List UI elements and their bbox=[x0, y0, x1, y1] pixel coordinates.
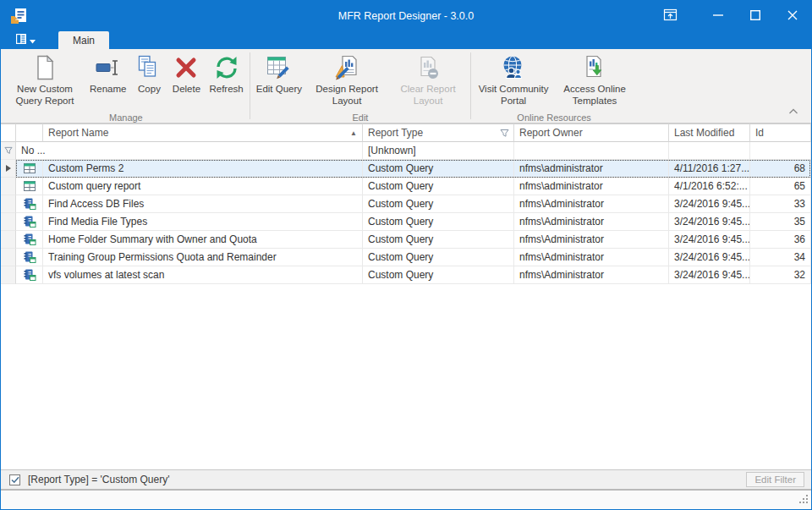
button-label: Clear Report Layout bbox=[392, 84, 464, 107]
filter-funnel-icon bbox=[4, 146, 13, 155]
button-label: Delete bbox=[173, 84, 200, 96]
table-row[interactable]: Find Access DB Files Custom Query nfms\A… bbox=[1, 195, 811, 213]
close-button[interactable] bbox=[774, 1, 811, 31]
table-row[interactable]: vfs volumes at latest scan Custom Query … bbox=[1, 266, 811, 284]
cell-report-type: Custom Query bbox=[363, 160, 514, 178]
ribbon-group-manage: New Custom Query Report Rename bbox=[4, 51, 248, 123]
table-row[interactable]: Training Group Permissions Quota and Rem… bbox=[1, 249, 811, 266]
edit-filter-button[interactable]: Edit Filter bbox=[746, 472, 804, 487]
cell-id: 36 bbox=[750, 231, 811, 249]
group-separator bbox=[470, 52, 471, 119]
tab-main[interactable]: Main bbox=[58, 31, 109, 49]
group-separator bbox=[250, 52, 250, 119]
header-icon-cell bbox=[16, 123, 43, 142]
new-custom-query-report-button[interactable]: New Custom Query Report bbox=[4, 51, 85, 112]
report-list-icon bbox=[15, 33, 27, 47]
cell-report-name: Custom query report bbox=[43, 178, 363, 195]
table-row[interactable]: Find Media File Types Custom Query nfms\… bbox=[1, 213, 811, 231]
report-grid: Report Name ▲ Report Type Report Owner bbox=[1, 123, 811, 469]
cell-report-owner: nfms\Administrator bbox=[514, 213, 669, 231]
delete-button[interactable]: Delete bbox=[167, 51, 205, 112]
app-window: MFR Report Designer - 3.0.0 bbox=[0, 0, 812, 510]
query-report-notebook-icon bbox=[16, 195, 43, 213]
group-label-manage: Manage bbox=[4, 112, 248, 123]
rename-button[interactable]: Rename bbox=[85, 51, 130, 112]
ribbon: New Custom Query Report Rename bbox=[1, 49, 811, 123]
resize-grip[interactable] bbox=[799, 495, 809, 507]
edit-query-button[interactable]: Edit Query bbox=[252, 51, 306, 112]
column-header-report-type[interactable]: Report Type bbox=[363, 123, 514, 142]
cell-report-owner: nfms\Administrator bbox=[514, 195, 669, 213]
cell-report-name: vfs volumes at latest scan bbox=[43, 266, 363, 284]
status-bar bbox=[1, 491, 811, 509]
button-label: Access Online Templates bbox=[558, 84, 631, 107]
cell-report-owner: nfms\administrator bbox=[514, 160, 669, 178]
ribbon-tab-row: Main bbox=[1, 31, 811, 49]
refresh-button[interactable]: Refresh bbox=[205, 51, 247, 112]
filter-funnel-icon[interactable] bbox=[500, 129, 509, 138]
row-indicator-cell bbox=[1, 231, 16, 249]
column-header-report-owner[interactable]: Report Owner bbox=[514, 123, 669, 142]
window-controls bbox=[656, 1, 811, 31]
design-report-layout-icon bbox=[333, 53, 360, 82]
sort-ascending-icon: ▲ bbox=[350, 129, 357, 137]
cell-report-owner: nfms\Administrator bbox=[514, 249, 669, 266]
filter-cell-report-name[interactable]: No ... bbox=[16, 142, 363, 160]
cell-report-name: Custom Perms 2 bbox=[43, 160, 363, 178]
chevron-down-icon bbox=[30, 35, 36, 47]
minimize-ribbon-icon bbox=[663, 8, 678, 24]
clear-report-layout-icon bbox=[414, 53, 442, 82]
quick-access-menu-button[interactable] bbox=[11, 31, 40, 49]
maximize-button[interactable] bbox=[737, 1, 774, 31]
row-indicator-cell bbox=[1, 266, 16, 284]
table-row[interactable]: Custom Perms 2 Custom Query nfms\adminis… bbox=[1, 160, 811, 178]
cell-report-type: Custom Query bbox=[363, 213, 514, 231]
minimize-button[interactable] bbox=[700, 1, 737, 31]
cell-report-name: Home Folder Summary with Owner and Quota bbox=[43, 231, 363, 249]
table-row[interactable]: Home Folder Summary with Owner and Quota… bbox=[1, 231, 811, 249]
design-report-layout-button[interactable]: Design Report Layout bbox=[306, 51, 387, 112]
filter-cell-report-type[interactable]: [Unknown] bbox=[363, 142, 514, 160]
table-row[interactable]: Custom query report Custom Query nfms\ad… bbox=[1, 178, 811, 195]
cell-report-type: Custom Query bbox=[363, 231, 514, 249]
button-label: Copy bbox=[138, 84, 161, 96]
filter-cell-last-modified[interactable] bbox=[669, 142, 750, 160]
cell-report-name: Find Media File Types bbox=[43, 213, 363, 231]
access-online-templates-button[interactable]: Access Online Templates bbox=[554, 51, 635, 112]
close-icon bbox=[787, 10, 798, 23]
cell-report-type: Custom Query bbox=[363, 266, 514, 284]
column-header-label: Report Type bbox=[368, 127, 423, 139]
minimize-ribbon-button[interactable] bbox=[656, 1, 684, 31]
copy-button[interactable]: Copy bbox=[130, 51, 167, 112]
visit-community-portal-button[interactable]: Visit Community Portal bbox=[473, 51, 554, 112]
filter-cell-id[interactable] bbox=[750, 142, 811, 160]
delete-x-icon bbox=[173, 53, 200, 82]
filter-expression[interactable]: [Report Type] = 'Custom Query' bbox=[28, 474, 169, 485]
title-bar: MFR Report Designer - 3.0.0 bbox=[1, 1, 811, 31]
row-indicator-cell bbox=[1, 213, 16, 231]
cell-id: 65 bbox=[750, 178, 811, 195]
column-header-id[interactable]: Id bbox=[750, 123, 811, 142]
cell-id: 35 bbox=[750, 213, 811, 231]
column-header-label: Id bbox=[755, 127, 764, 139]
collapse-ribbon-button[interactable] bbox=[787, 106, 799, 118]
filter-cell-report-owner[interactable] bbox=[514, 142, 669, 160]
clear-report-layout-button[interactable]: Clear Report Layout bbox=[387, 51, 469, 112]
cell-last-modified: 4/11/2016 1:27... bbox=[669, 160, 750, 178]
button-label: Visit Community Portal bbox=[477, 84, 550, 107]
edit-query-icon bbox=[266, 53, 293, 82]
filter-enabled-checkbox[interactable] bbox=[9, 474, 20, 485]
cell-last-modified: 3/24/2016 9:45... bbox=[669, 213, 750, 231]
ribbon-group-edit: Edit Query bbox=[252, 51, 469, 123]
cell-report-type: Custom Query bbox=[363, 178, 514, 195]
query-report-notebook-icon bbox=[16, 231, 43, 249]
row-indicator-cell bbox=[1, 195, 16, 213]
cell-id: 68 bbox=[750, 160, 811, 178]
column-header-last-modified[interactable]: Last Modified bbox=[669, 123, 750, 142]
button-label: Design Report Layout bbox=[310, 84, 383, 107]
cell-id: 33 bbox=[750, 195, 811, 213]
column-header-report-name[interactable]: Report Name ▲ bbox=[43, 123, 363, 142]
refresh-icon bbox=[213, 53, 240, 82]
cell-last-modified: 3/24/2016 9:45... bbox=[669, 266, 750, 284]
cell-report-type: Custom Query bbox=[363, 249, 514, 266]
